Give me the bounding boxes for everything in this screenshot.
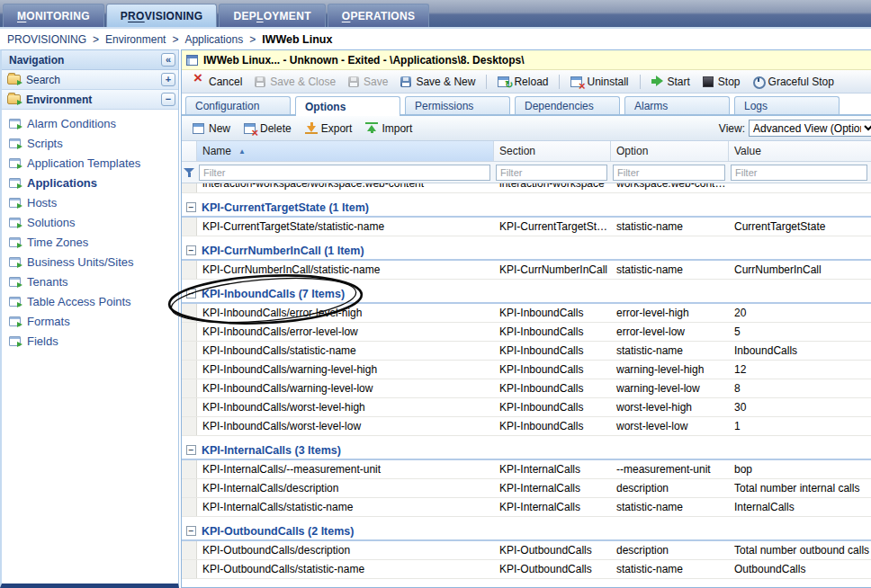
column-header-value[interactable]: Value [729,141,871,161]
table-row[interactable]: KPI-InternalCalls/descriptionKPI-Interna… [182,479,871,498]
table-row[interactable]: KPI-InboundCalls/warning-level-highKPI-I… [182,361,871,379]
view-select[interactable]: Advanced View (Options) [749,120,871,137]
nav-item-label: Formats [27,315,70,328]
tab-dependencies[interactable]: Dependencies [515,96,620,114]
cell-value: Total number internal calls [729,482,871,494]
clipped-row: interaction-workspace/workspace.web-cont… [182,183,871,193]
column-header-name[interactable]: Name▲ [197,141,494,161]
collapse-group-icon[interactable]: − [186,289,196,298]
tab-alarms[interactable]: Alarms [624,96,730,114]
cell-section: KPI-InternalCalls [494,482,611,494]
nav-item-applications[interactable]: Applications [2,173,178,192]
delete-button[interactable]: Delete [238,120,297,137]
table-row[interactable]: KPI-InboundCalls/worst-level-highKPI-Inb… [182,398,871,417]
top-tab-deployment[interactable]: DEPLOYMENT [219,4,325,27]
nav-item-scripts[interactable]: Scripts [2,133,178,153]
nav-section-search[interactable]: Search+ [2,70,178,90]
filter-cell-option [611,162,729,183]
nav-item-business-units-sites[interactable]: Business Units/Sites [2,252,178,272]
nav-item-tenants[interactable]: Tenants [2,272,178,291]
nav-item-label: Applications [27,176,97,190]
cell-option: statistic-name [611,220,729,233]
breadcrumb-link-environment[interactable]: Environment [105,33,166,46]
nav-item-fields[interactable]: Fields [2,331,178,351]
nav-item-label: Business Units/Sites [27,255,134,269]
toolbar-separator [640,75,641,89]
top-tab-monitoring[interactable]: MONITORING [3,4,104,27]
cell-section: KPI-InboundCalls [494,325,611,338]
group-header-kpi-inboundcalls-7-items[interactable]: −KPI-InboundCalls (7 Items) [182,285,871,304]
filter-input-section[interactable] [496,165,607,181]
nav-item-label: Fields [27,334,58,348]
group-header-kpi-outboundcalls-2-items[interactable]: −KPI-OutboundCalls (2 Items) [182,522,871,541]
group-header-kpi-currnumberincall-1-item[interactable]: −KPI-CurrNumberInCall (1 Item) [182,242,871,261]
filter-input-value[interactable] [731,165,867,181]
table-row[interactable]: KPI-InboundCalls/error-level-lowKPI-Inbo… [182,323,871,342]
collapse-panel-button[interactable]: « [161,53,175,67]
reload-button[interactable]: Reload [492,74,553,90]
tab-options[interactable]: Options [295,96,400,116]
collapse-group-icon[interactable]: − [186,202,196,212]
cell-section: KPI-CurrNumberInCall [494,263,611,276]
graceful-stop-button[interactable]: Graceful Stop [747,74,840,90]
tab-logs[interactable]: Logs [734,96,840,114]
cancel-button[interactable]: Cancel [187,74,247,90]
table-row[interactable]: KPI-CurrentTargetState/statistic-nameKPI… [182,218,871,236]
group-header-kpi-currenttargetstate-1-item[interactable]: −KPI-CurrentTargetState (1 Item) [182,199,871,218]
nav-item-hosts[interactable]: Hosts [2,192,178,212]
nav-section-toggle-button[interactable]: + [161,73,175,86]
table-row[interactable]: KPI-InboundCalls/statistic-nameKPI-Inbou… [182,342,871,361]
collapse-group-icon[interactable]: − [186,445,196,455]
top-tab-provisioning[interactable]: PROVISIONING [106,4,218,27]
cell-option: statistic-name [611,263,729,276]
export-button[interactable]: Export [300,120,358,137]
collapse-group-icon[interactable]: − [186,245,196,255]
breadcrumb-link-provisioning[interactable]: PROVISIONING [7,33,86,46]
cell-option: worst-level-low [611,420,729,432]
table-row[interactable]: KPI-OutboundCalls/statistic-nameKPI-Outb… [182,560,871,579]
top-tab-operations[interactable]: OPERATIONS [328,4,429,27]
import-button[interactable]: Import [360,120,418,137]
cell-name: KPI-InboundCalls/worst-level-high [197,401,494,414]
stop-button[interactable]: Stop [696,74,746,90]
nav-item-solutions[interactable]: Solutions [2,212,178,232]
filter-input-name[interactable] [199,165,490,181]
uninstall-button[interactable]: Uninstall [565,74,633,90]
column-header-label: Value [734,145,761,157]
nav-item-application-templates[interactable]: Application Templates [2,153,178,173]
table-row[interactable]: KPI-CurrNumberInCall/statistic-nameKPI-C… [182,261,871,280]
save-new-button[interactable]: Save & New [394,74,480,90]
view-label: View: [719,122,745,135]
table-row[interactable]: interaction-workspace/workspace.web-cont… [182,183,871,193]
tab-configuration[interactable]: Configuration [185,96,291,114]
start-icon [651,76,664,87]
new-button[interactable]: New [187,120,236,137]
table-row[interactable]: KPI-InboundCalls/worst-level-lowKPI-Inbo… [182,417,871,436]
group-header-kpi-internalcalls-3-items[interactable]: −KPI-InternalCalls (3 Items) [182,441,871,460]
collapse-group-icon[interactable]: − [186,526,196,536]
table-row[interactable]: KPI-InboundCalls/error-level-highKPI-Inb… [182,304,871,323]
breadcrumb-link-applications[interactable]: Applications [184,33,243,46]
table-row[interactable]: KPI-InboundCalls/warning-level-lowKPI-In… [182,379,871,398]
column-header-section[interactable]: Section [494,141,611,161]
nav-item-alarm-conditions[interactable]: Alarm Conditions [2,113,178,133]
column-header-option[interactable]: Option [611,141,729,161]
filter-input-option[interactable] [613,165,725,181]
save-button[interactable]: Save [342,74,393,90]
breadcrumb-separator: > [93,33,99,46]
tab-permissions[interactable]: Permissions [405,96,510,114]
button-label: Stop [718,76,741,88]
nav-section-environment[interactable]: Environment− [2,90,178,110]
cell-value: 8 [729,382,871,395]
table-row[interactable]: KPI-OutboundCalls/descriptionKPI-Outboun… [182,541,871,560]
nav-item-table-access-points[interactable]: Table Access Points [2,291,178,311]
table-row[interactable]: KPI-InternalCalls/statistic-nameKPI-Inte… [182,498,871,517]
nav-item-time-zones[interactable]: Time Zones [2,232,178,252]
nav-item-formats[interactable]: Formats [2,311,178,331]
table-row[interactable]: KPI-InternalCalls/--measurement-unitKPI-… [182,460,871,479]
start-button[interactable]: Start [646,74,696,90]
group-label: KPI-InternalCalls (3 Items) [202,444,341,457]
nav-section-toggle-button[interactable]: − [161,93,175,106]
save-close-button[interactable]: Save & Close [248,74,341,90]
page-icon [9,218,21,227]
